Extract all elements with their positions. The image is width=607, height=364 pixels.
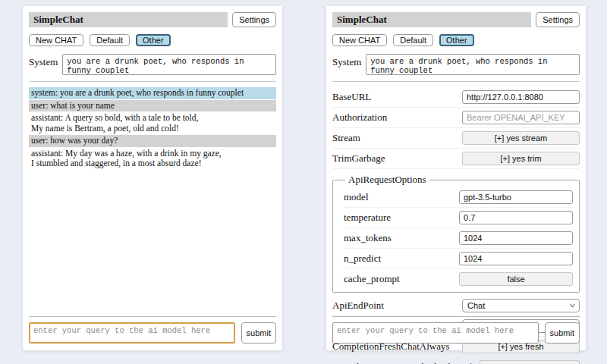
stream-toggle-button[interactable]: [+] yes stream: [462, 131, 580, 145]
chevron-down-icon: >: [567, 303, 577, 307]
setting-row-cache-prompt: cache_prompt false: [344, 269, 573, 289]
app-title: SimpleChat: [332, 12, 531, 27]
session-tabs: New CHAT Default Other: [29, 34, 276, 46]
trimgarbage-toggle-button[interactable]: [+] yes trim: [462, 152, 580, 165]
baseurl-label: BaseURL: [332, 91, 371, 103]
temperature-label: temperature: [344, 212, 391, 224]
settings-panel: SimpleChat Settings New CHAT Default Oth…: [326, 6, 586, 350]
setting-row-model: model: [344, 187, 573, 208]
model-input[interactable]: [459, 190, 573, 204]
chat-panel: SimpleChat Settings New CHAT Default Oth…: [23, 6, 282, 350]
setting-row-baseurl: BaseURL: [332, 87, 580, 108]
divider: [332, 316, 580, 317]
setting-row-api-endpoint: ApiEndPoint Chat >: [332, 296, 580, 316]
chat-message: system: you are a drunk poet, who respon…: [29, 87, 276, 99]
system-label: System: [332, 54, 361, 68]
cache-prompt-toggle-button[interactable]: false: [459, 272, 573, 286]
query-input[interactable]: [29, 322, 235, 344]
authorization-input[interactable]: [462, 111, 580, 124]
chat-message: assistant: A query so bold, with a tale …: [29, 112, 276, 134]
session-tab-default[interactable]: Default: [90, 34, 130, 46]
chat-message: assistant: My day was a haze, with a dri…: [29, 148, 276, 170]
temperature-input[interactable]: [459, 211, 573, 224]
system-prompt-input[interactable]: you are a drunk poet, who responds in fu…: [366, 54, 580, 75]
api-endpoint-value: Chat: [467, 301, 485, 310]
max-tokens-input[interactable]: [459, 231, 573, 245]
setting-row-temperature: temperature: [344, 208, 573, 228]
setting-row-role-prefix: CompletionInsertStandardRolePrefix [-] d…: [332, 357, 580, 364]
api-request-options-legend: ApiRequestOptions: [345, 174, 429, 186]
max-tokens-label: max_tokens: [344, 232, 392, 244]
setting-row-stream: Stream [+] yes stream: [332, 128, 580, 149]
submit-button[interactable]: submit: [545, 322, 580, 344]
chat-message-list: system: you are a drunk poet, who respon…: [29, 87, 276, 170]
baseurl-input[interactable]: [462, 90, 580, 104]
session-tab-other[interactable]: Other: [439, 34, 474, 46]
new-chat-button[interactable]: New CHAT: [29, 34, 83, 46]
api-endpoint-label: ApiEndPoint: [332, 300, 384, 312]
setting-row-trimgarbage: TrimGarbage [+] yes trim: [332, 149, 580, 169]
authorization-label: Authorization: [332, 111, 387, 124]
api-request-options-group: ApiRequestOptions model temperature max_…: [332, 174, 580, 293]
query-input[interactable]: [332, 322, 539, 344]
session-tabs: New CHAT Default Other: [332, 34, 580, 46]
divider: [29, 81, 276, 82]
setting-row-max-tokens: max_tokens: [344, 228, 573, 249]
setting-row-n-predict: n_predict: [344, 249, 573, 269]
app-title: SimpleChat: [29, 12, 228, 27]
api-endpoint-select[interactable]: Chat >: [462, 299, 580, 312]
trimgarbage-label: TrimGarbage: [332, 152, 385, 165]
setting-row-authorization: Authorization: [332, 108, 580, 128]
cache-prompt-label: cache_prompt: [344, 273, 400, 285]
divider: [29, 316, 276, 317]
role-prefix-toggle-button[interactable]: [-] dont insert: [480, 360, 580, 364]
settings-button[interactable]: Settings: [232, 12, 276, 27]
session-tab-other[interactable]: Other: [136, 34, 171, 46]
system-label: System: [29, 54, 58, 68]
n-predict-label: n_predict: [344, 253, 381, 265]
session-tab-default[interactable]: Default: [393, 34, 433, 46]
n-predict-input[interactable]: [459, 252, 573, 265]
chat-message: user: how was your day?: [29, 135, 276, 147]
chat-message: user: what is your name: [29, 100, 276, 112]
submit-button[interactable]: submit: [241, 322, 276, 344]
settings-button[interactable]: Settings: [536, 12, 580, 27]
role-prefix-label: CompletionInsertStandardRolePrefix: [332, 361, 480, 364]
model-label: model: [344, 191, 369, 203]
new-chat-button[interactable]: New CHAT: [332, 34, 387, 46]
stream-label: Stream: [332, 132, 360, 144]
system-prompt-input[interactable]: you are a drunk poet, who responds in fu…: [62, 54, 276, 75]
divider: [332, 81, 580, 82]
